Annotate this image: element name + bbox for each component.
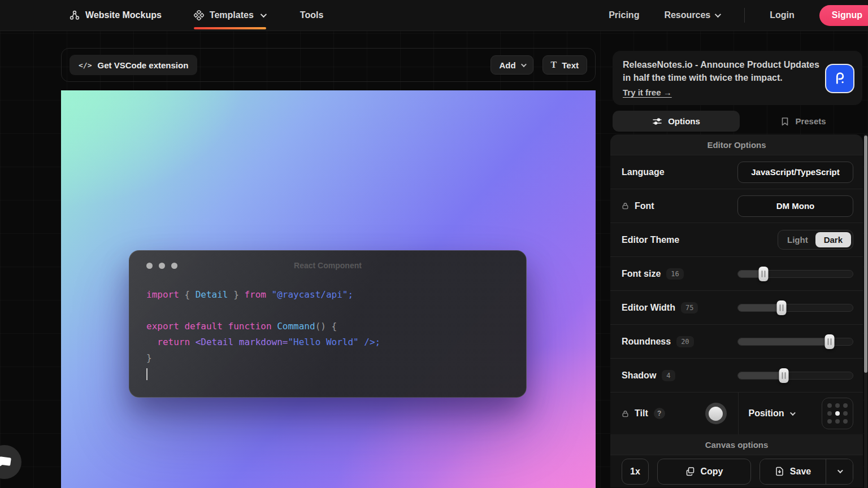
- vscode-extension-button[interactable]: </> Get VSCode extension: [70, 55, 197, 75]
- code-line: import { Detail } from "@raycast/api";: [146, 287, 526, 303]
- font-size-label: Font size: [622, 269, 661, 279]
- nav-item-resources[interactable]: Resources: [664, 10, 719, 20]
- download-file-icon: [775, 467, 784, 476]
- shadow-slider[interactable]: [737, 372, 853, 380]
- tab-presets-label: Presets: [795, 116, 826, 126]
- tab-presets[interactable]: Presets: [740, 111, 867, 132]
- shadow-label: Shadow: [622, 371, 656, 381]
- text-cursor: [146, 368, 147, 380]
- scale-button[interactable]: 1x: [622, 459, 649, 485]
- nav-tools-label: Tools: [300, 10, 323, 20]
- font-row: Font DM Mono: [610, 189, 863, 223]
- canvas-toolbar: </> Get VSCode extension Add T Text: [61, 48, 596, 82]
- theme-toggle[interactable]: Light Dark: [778, 230, 853, 250]
- window-title[interactable]: React Component: [129, 261, 526, 270]
- code-window-header: React Component: [129, 251, 526, 280]
- text-label: Text: [562, 60, 579, 70]
- canvas-actions-row: 1x Copy: [610, 455, 863, 487]
- nodes-logo-icon: [70, 10, 80, 20]
- scrollbar-thumb[interactable]: [864, 136, 867, 373]
- theme-light-option[interactable]: Light: [780, 232, 815, 247]
- sliders-icon: [652, 116, 662, 127]
- nav-login-label: Login: [770, 10, 795, 20]
- promo-text: ReleaseNotes.io - Announce Product Updat…: [623, 59, 823, 84]
- tilt-help-icon[interactable]: ?: [654, 408, 665, 419]
- font-select[interactable]: DM Mono: [737, 195, 853, 217]
- chevron-down-icon: [521, 62, 527, 67]
- tab-options[interactable]: Options: [613, 111, 740, 132]
- nav-item-templates[interactable]: Templates: [194, 10, 265, 20]
- shadow-value-badge: 4: [662, 370, 675, 381]
- nav-divider: [744, 8, 745, 23]
- editor-options-title: Editor Options: [610, 134, 863, 155]
- chevron-down-icon: [790, 410, 796, 416]
- roundness-slider[interactable]: [737, 338, 853, 346]
- mockup-canvas[interactable]: React Component import { Detail } from "…: [61, 90, 596, 488]
- copy-label: Copy: [701, 467, 723, 477]
- code-editor[interactable]: import { Detail } from "@raycast/api";ex…: [129, 280, 526, 382]
- lock-icon: [622, 202, 629, 210]
- slider-handle[interactable]: [825, 334, 835, 349]
- chevron-down-icon: [261, 11, 267, 18]
- nav-pricing-label: Pricing: [609, 10, 639, 20]
- templates-icon: [194, 10, 204, 20]
- editor-width-value-badge: 75: [681, 302, 698, 313]
- nav-item-login[interactable]: Login: [770, 10, 795, 20]
- shadow-row: Shadow 4: [610, 358, 863, 392]
- chevron-down-icon: [837, 468, 843, 473]
- editor-width-row: Editor Width 75: [610, 290, 863, 324]
- signup-button[interactable]: Signup: [819, 5, 868, 26]
- editor-theme-row: Editor Theme Light Dark: [610, 223, 863, 256]
- bookmark-icon: [780, 117, 789, 126]
- slider-handle[interactable]: [758, 267, 768, 281]
- font-size-slider[interactable]: [737, 270, 853, 278]
- brand-home-link[interactable]: Website Mockups: [70, 10, 162, 20]
- code-line: }: [146, 350, 526, 366]
- nav-resources-label: Resources: [664, 10, 710, 20]
- font-size-row: Font size 16: [610, 256, 863, 290]
- tilt-knob[interactable]: [705, 403, 727, 424]
- language-row: Language JavaScript/TypeScript: [610, 155, 863, 189]
- slider-handle[interactable]: [779, 368, 789, 383]
- top-nav: Website Mockups Templates Tools Pricing: [0, 0, 868, 31]
- brand-label: Website Mockups: [85, 10, 162, 20]
- theme-dark-option[interactable]: Dark: [815, 232, 851, 247]
- promo-try-free-link[interactable]: Try it free →: [623, 88, 672, 97]
- code-icon: </>: [79, 61, 92, 69]
- editor-width-slider[interactable]: [737, 304, 853, 312]
- add-label: Add: [499, 60, 515, 70]
- font-size-value-badge: 16: [666, 268, 683, 280]
- sidebar: ReleaseNotes.io - Announce Product Updat…: [610, 31, 868, 488]
- sidebar-tabs: Options Presets: [613, 111, 867, 132]
- font-label: Font: [635, 201, 654, 211]
- save-more-button[interactable]: [826, 459, 853, 484]
- app: Website Mockups Templates Tools Pricing: [0, 0, 868, 488]
- save-button-group: Save: [760, 459, 853, 485]
- roundness-label: Roundness: [622, 337, 671, 347]
- position-dropdown[interactable]: Position: [749, 408, 794, 419]
- copy-button[interactable]: Copy: [657, 459, 751, 485]
- nav-item-tools[interactable]: Tools: [300, 10, 323, 20]
- canvas-options-title: Canvas options: [610, 434, 863, 455]
- copy-icon: [685, 467, 695, 476]
- text-tool-icon: T: [551, 60, 557, 70]
- text-button[interactable]: T Text: [542, 55, 587, 75]
- add-button[interactable]: Add: [491, 55, 533, 75]
- save-button[interactable]: Save: [760, 459, 826, 484]
- vscode-extension-label: Get VSCode extension: [97, 60, 188, 70]
- editor-theme-label: Editor Theme: [622, 235, 679, 245]
- releasenotes-logo-icon[interactable]: [826, 65, 853, 92]
- slider-handle[interactable]: [777, 300, 787, 315]
- language-label: Language: [622, 167, 665, 177]
- save-label: Save: [790, 467, 811, 477]
- language-select[interactable]: JavaScript/TypeScript: [737, 162, 853, 183]
- tab-options-label: Options: [668, 116, 700, 126]
- nav-item-pricing[interactable]: Pricing: [609, 10, 639, 20]
- code-window[interactable]: React Component import { Detail } from "…: [129, 250, 527, 398]
- position-grid-button[interactable]: [822, 398, 853, 429]
- position-label: Position: [749, 408, 784, 419]
- roundness-value-badge: 20: [676, 336, 693, 347]
- sidebar-scrollbar[interactable]: [864, 134, 867, 488]
- feedback-button[interactable]: [0, 445, 21, 479]
- chat-bubble-icon: [0, 455, 12, 469]
